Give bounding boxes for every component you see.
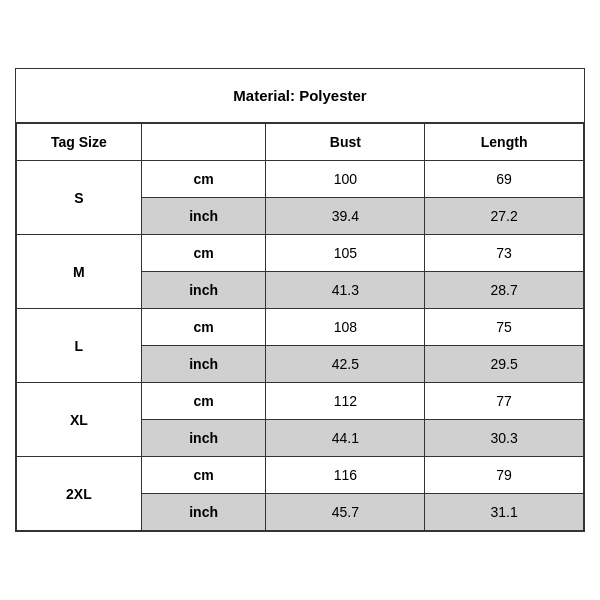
length-inch-value: 30.3	[425, 420, 584, 457]
unit-cm: cm	[141, 161, 266, 198]
unit-inch: inch	[141, 198, 266, 235]
bust-inch-value: 42.5	[266, 346, 425, 383]
length-cm-value: 73	[425, 235, 584, 272]
unit-inch: inch	[141, 420, 266, 457]
bust-cm-value: 116	[266, 457, 425, 494]
bust-cm-value: 108	[266, 309, 425, 346]
header-unit	[141, 124, 266, 161]
table-row: Lcm10875	[17, 309, 584, 346]
length-cm-value: 77	[425, 383, 584, 420]
bust-cm-value: 112	[266, 383, 425, 420]
length-cm-value: 79	[425, 457, 584, 494]
chart-title: Material: Polyester	[16, 69, 584, 123]
length-inch-value: 31.1	[425, 494, 584, 531]
table-row: Mcm10573	[17, 235, 584, 272]
unit-inch: inch	[141, 346, 266, 383]
unit-cm: cm	[141, 383, 266, 420]
unit-cm: cm	[141, 235, 266, 272]
size-cell-2xl: 2XL	[17, 457, 142, 531]
size-cell-xl: XL	[17, 383, 142, 457]
unit-cm: cm	[141, 457, 266, 494]
bust-inch-value: 44.1	[266, 420, 425, 457]
size-cell-s: S	[17, 161, 142, 235]
bust-inch-value: 45.7	[266, 494, 425, 531]
unit-cm: cm	[141, 309, 266, 346]
table-row: 2XLcm11679	[17, 457, 584, 494]
header-bust: Bust	[266, 124, 425, 161]
length-cm-value: 75	[425, 309, 584, 346]
size-cell-m: M	[17, 235, 142, 309]
unit-inch: inch	[141, 272, 266, 309]
size-chart: Material: Polyester Tag Size Bust Length…	[15, 68, 585, 532]
length-cm-value: 69	[425, 161, 584, 198]
bust-cm-value: 105	[266, 235, 425, 272]
header-tag-size: Tag Size	[17, 124, 142, 161]
bust-inch-value: 41.3	[266, 272, 425, 309]
table-row: XLcm11277	[17, 383, 584, 420]
size-table: Tag Size Bust Length Scm10069inch39.427.…	[16, 123, 584, 531]
bust-cm-value: 100	[266, 161, 425, 198]
size-cell-l: L	[17, 309, 142, 383]
length-inch-value: 29.5	[425, 346, 584, 383]
bust-inch-value: 39.4	[266, 198, 425, 235]
table-row: Scm10069	[17, 161, 584, 198]
unit-inch: inch	[141, 494, 266, 531]
header-length: Length	[425, 124, 584, 161]
length-inch-value: 27.2	[425, 198, 584, 235]
length-inch-value: 28.7	[425, 272, 584, 309]
